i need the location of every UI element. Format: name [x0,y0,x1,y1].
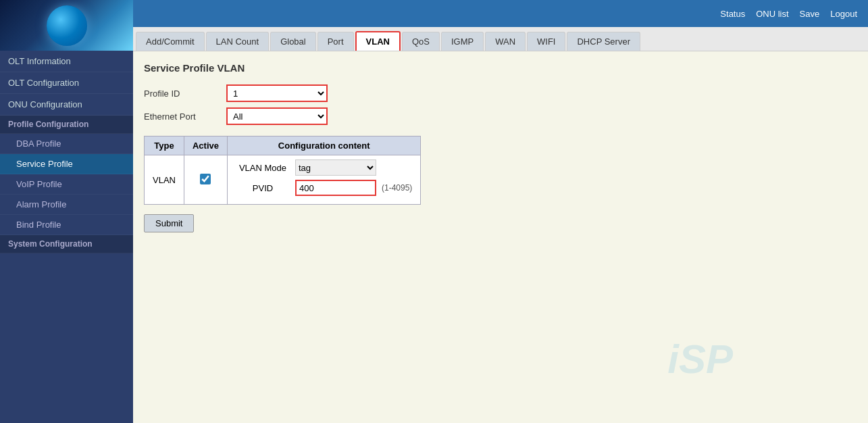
sidebar: OLT Information OLT Configuration ONU Co… [0,0,133,423]
col-type: Type [145,136,184,155]
config-cell: VLAN Mode tag transparent translate PVID… [228,155,421,205]
sidebar-item-service-profile[interactable]: Service Profile [0,154,133,174]
table-row: VLAN VLAN Mode tag transparent translate [145,155,421,205]
sidebar-item-voip-profile[interactable]: VoIP Profile [0,174,133,195]
tab-wan[interactable]: WAN [485,32,526,51]
submit-button[interactable]: Submit [144,214,194,232]
type-cell: VLAN [145,155,184,205]
tab-qos[interactable]: QoS [402,32,440,51]
ethernet-port-select[interactable]: All 1 2 3 4 [226,107,328,125]
tab-dhcp-server[interactable]: DHCP Server [567,32,640,51]
tab-wifi[interactable]: WIFI [527,32,565,51]
tabbar: Add/Commit LAN Count Global Port VLAN Qo… [133,27,868,51]
active-checkbox[interactable] [200,174,211,184]
pvid-label: PVID [236,183,290,193]
tab-add-commit[interactable]: Add/Commit [136,32,205,51]
status-link[interactable]: Status [720,9,745,19]
tab-global[interactable]: Global [270,32,316,51]
ethernet-port-row: Ethernet Port All 1 2 3 4 [144,107,857,125]
watermark: iSP [667,336,733,382]
active-cell [184,155,227,205]
tab-vlan[interactable]: VLAN [355,31,401,51]
col-active: Active [184,136,227,155]
profile-id-label: Profile ID [144,89,218,99]
vlan-mode-row: VLAN Mode tag transparent translate [236,159,412,176]
tab-igmp[interactable]: IGMP [441,32,484,51]
sidebar-item-onu-config[interactable]: ONU Configuration [0,94,133,116]
sidebar-item-olt-config[interactable]: OLT Configuration [0,72,133,94]
tab-lan-count[interactable]: LAN Count [206,32,270,51]
page-title: Service Profile VLAN [144,62,857,74]
pvid-input[interactable] [295,180,376,196]
sidebar-item-bind-profile[interactable]: Bind Profile [0,215,133,235]
onu-list-link[interactable]: ONU list [756,9,788,19]
pvid-row: PVID (1-4095) [236,180,412,196]
profile-id-row: Profile ID 1 2 3 [144,84,857,102]
sidebar-item-system-config[interactable]: System Configuration [0,235,133,253]
vlan-table: Type Active Configuration content VLAN V… [144,136,421,205]
pvid-hint: (1-4095) [382,183,412,193]
topnav: Status ONU list Save Logout [133,0,868,27]
main-area: Status ONU list Save Logout Add/Commit L… [133,0,868,423]
logo-globe [47,5,87,46]
sidebar-item-olt-info[interactable]: OLT Information [0,51,133,72]
logout-link[interactable]: Logout [830,9,857,19]
save-link[interactable]: Save [800,9,820,19]
profile-id-select[interactable]: 1 2 3 [226,84,328,102]
vlan-mode-select[interactable]: tag transparent translate [295,159,376,176]
vlan-mode-label: VLAN Mode [236,163,290,173]
sidebar-item-alarm-profile[interactable]: Alarm Profile [0,195,133,215]
sidebar-item-dba-profile[interactable]: DBA Profile [0,134,133,154]
content-area: Service Profile VLAN Profile ID 1 2 3 Et… [133,51,868,423]
ethernet-port-label: Ethernet Port [144,111,218,122]
col-config: Configuration content [228,136,421,155]
tab-port[interactable]: Port [317,32,354,51]
sidebar-logo [0,0,133,51]
sidebar-item-profile-config[interactable]: Profile Configuration [0,116,133,134]
